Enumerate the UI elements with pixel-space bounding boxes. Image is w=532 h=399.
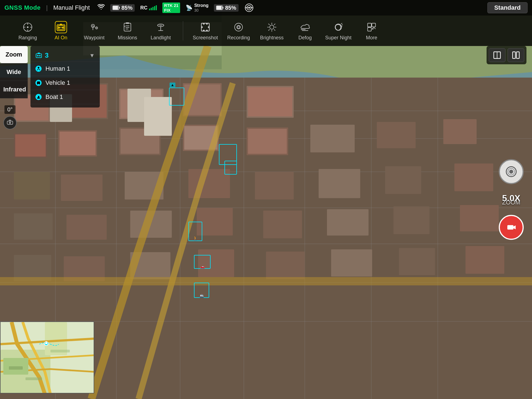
detect-box-1: ▲ xyxy=(169,88,184,106)
record-button[interactable] xyxy=(499,215,524,240)
zoom-display: 5.0X ZOOM xyxy=(502,193,520,206)
flight-mode-label: Manual Flight xyxy=(53,4,90,11)
svg-rect-132 xyxy=(368,27,371,31)
svg-rect-54 xyxy=(466,246,504,274)
rc-signal: RC xyxy=(140,5,157,11)
svg-rect-67 xyxy=(144,97,172,136)
toolbar-item-missions[interactable]: Missions xyxy=(111,17,144,45)
view-split-btn[interactable] xyxy=(508,48,524,62)
transmission-icon xyxy=(244,3,254,13)
svg-rect-162 xyxy=(50,350,70,352)
ai-detection-panel: 3 ▼ Human 1 Vehicle 1 xyxy=(30,46,100,108)
view-mode-group xyxy=(487,46,526,64)
ai-panel-header: 3 ▼ xyxy=(30,49,100,62)
svg-rect-161 xyxy=(25,377,42,380)
svg-rect-40 xyxy=(66,215,107,240)
svg-point-146 xyxy=(39,84,40,85)
toolbar-label-ranging: Ranging xyxy=(18,35,37,41)
gnss-label: GNSS Mode xyxy=(4,4,40,11)
svg-rect-61 xyxy=(60,132,96,155)
angle-thumb[interactable] xyxy=(3,116,17,129)
camera-controls: 5.0X ZOOM xyxy=(499,159,524,240)
toolbar-item-screenshot[interactable]: Screenshot xyxy=(189,17,222,45)
shutter-button[interactable] xyxy=(499,159,524,184)
lens-infrared[interactable]: Infrared xyxy=(0,81,28,98)
toolbar-label-more: More xyxy=(366,35,377,41)
toolbar-item-brightness[interactable]: Brightness xyxy=(255,17,288,45)
svg-rect-44 xyxy=(327,209,369,236)
svg-rect-160 xyxy=(9,366,23,370)
ai-label-boat: Boat 1 xyxy=(45,93,63,101)
toolbar-item-ranging[interactable]: Ranging xyxy=(11,17,44,45)
svg-rect-37 xyxy=(385,166,421,194)
svg-point-139 xyxy=(37,55,39,57)
svg-line-121 xyxy=(274,29,275,30)
toolbar-item-more[interactable]: More xyxy=(355,17,388,45)
svg-point-93 xyxy=(92,25,93,26)
svg-point-102 xyxy=(159,25,162,26)
ai-chevron[interactable]: ▼ xyxy=(89,52,95,59)
detect-box-human: 🚶 xyxy=(188,222,202,241)
toolbar-item-defog[interactable]: Defog xyxy=(288,17,322,45)
ai-item-vehicle[interactable]: Vehicle 1 xyxy=(30,76,100,90)
svg-point-88 xyxy=(58,27,60,29)
detect-box-boat: 🚢 xyxy=(194,283,209,298)
toolbar-label-missions: Missions xyxy=(118,35,137,41)
svg-point-133 xyxy=(372,28,374,29)
ai-count: 3 xyxy=(45,52,48,59)
detect-box-3 xyxy=(224,161,237,175)
svg-line-123 xyxy=(268,29,270,30)
svg-rect-91 xyxy=(60,24,62,25)
angle-value: 0° xyxy=(4,105,15,114)
svg-rect-97 xyxy=(126,22,129,24)
svg-rect-32 xyxy=(61,175,103,201)
svg-rect-155 xyxy=(507,225,513,230)
toolbar-label-screenshot: Screenshot xyxy=(193,35,218,41)
lens-wide[interactable]: Wide xyxy=(0,63,28,81)
toolbar-label-super-night: Super Night xyxy=(325,35,351,41)
svg-point-114 xyxy=(237,26,240,28)
svg-rect-30 xyxy=(443,119,477,144)
angle-control: 0° xyxy=(3,105,17,129)
svg-point-140 xyxy=(39,55,41,57)
svg-line-120 xyxy=(268,24,270,25)
rtk-badge: RTK 21FIX xyxy=(162,2,180,13)
svg-rect-73 xyxy=(222,7,223,9)
toolbar-label-ai-on: AI On xyxy=(55,35,67,41)
toolbar-label-brightness: Brightness xyxy=(260,35,283,41)
zoom-label: ZOOM xyxy=(502,199,520,206)
svg-rect-64 xyxy=(248,129,287,154)
svg-rect-74 xyxy=(217,6,222,9)
toolbar-item-landlight[interactable]: Landlight xyxy=(144,17,177,45)
toolbar-item-super-night[interactable]: Super Night xyxy=(322,17,355,45)
view-single-btn[interactable] xyxy=(489,48,505,62)
ai-item-boat[interactable]: Boat 1 xyxy=(30,90,100,104)
ai-label-vehicle: Vehicle 1 xyxy=(45,79,70,86)
ai-item-human[interactable]: Human 1 xyxy=(30,62,100,76)
svg-rect-34 xyxy=(188,169,230,198)
svg-point-85 xyxy=(27,26,29,28)
battery2-value: 85% xyxy=(225,5,236,11)
svg-rect-29 xyxy=(377,122,416,148)
svg-rect-60 xyxy=(15,134,46,157)
left-lens-panel: Zoom Wide Infrared xyxy=(0,46,28,98)
svg-point-115 xyxy=(270,25,274,29)
standard-button[interactable]: Standard xyxy=(487,2,528,13)
right-view-panel xyxy=(487,46,526,64)
toolbar-item-recording[interactable]: Recording xyxy=(222,17,255,45)
svg-rect-39 xyxy=(14,213,53,240)
svg-rect-144 xyxy=(37,81,40,83)
svg-point-95 xyxy=(96,27,97,28)
toolbar-label-defog: Defog xyxy=(298,35,312,41)
svg-rect-28 xyxy=(310,125,355,152)
mini-map[interactable] xyxy=(0,321,94,393)
lens-zoom[interactable]: Zoom xyxy=(0,46,28,63)
svg-rect-150 xyxy=(513,52,515,58)
toolbar-item-waypoint[interactable]: Waypoint xyxy=(78,17,111,45)
detect-box-vehicle: 🚗 xyxy=(194,255,211,269)
toolbar-label-waypoint: Waypoint xyxy=(84,35,104,41)
svg-point-154 xyxy=(509,170,513,174)
svg-rect-109 xyxy=(208,26,209,28)
svg-rect-52 xyxy=(331,249,372,277)
toolbar-item-ai-on[interactable]: AI On xyxy=(44,17,78,45)
